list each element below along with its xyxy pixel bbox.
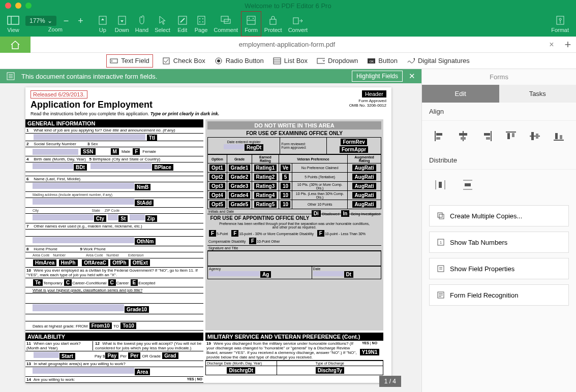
form-field-header[interactable]: Header [362, 90, 386, 97]
align-top-button[interactable] [505, 130, 517, 142]
list-box-tool[interactable]: List Box [273, 57, 308, 65]
form-field-rating3[interactable]: Rating3 [254, 183, 277, 189]
form-field-ve3[interactable]: 10 [281, 183, 290, 189]
form-field-aug2[interactable]: AugRati [352, 174, 376, 180]
close-window-button[interactable] [5, 3, 11, 9]
highlight-fields-button[interactable]: Highlight Fields [352, 71, 403, 82]
view-button[interactable]: View [4, 11, 22, 37]
form-field-bplace[interactable]: BPlace [152, 164, 173, 171]
form-field-aug5[interactable]: AugRati [352, 201, 376, 208]
form-field-grade3[interactable]: Grade3 [229, 183, 250, 189]
button-tool[interactable]: OK Button [367, 57, 398, 65]
edit-button[interactable]: Edit [173, 11, 192, 37]
minimize-window-button[interactable] [15, 3, 21, 9]
form-field-opt3[interactable]: Opt3 [209, 183, 225, 189]
align-right-button[interactable] [481, 130, 493, 142]
form-field-formappr[interactable]: FormAppr [340, 146, 368, 153]
form-field-regdt[interactable]: RegDt [245, 144, 263, 151]
form-button[interactable]: Form [241, 11, 261, 37]
maximize-window-button[interactable] [25, 3, 32, 9]
form-field-10ptother[interactable]: F [249, 238, 256, 244]
form-field-to10[interactable]: To10 [120, 322, 136, 329]
form-field-hmph[interactable]: HmPh [59, 259, 78, 266]
form-recognition-button[interactable]: Form Field Recognition [429, 284, 569, 306]
form-field-cty[interactable]: Cty [94, 215, 106, 222]
form-field-rating5[interactable]: Rating5 [254, 201, 277, 208]
form-field-grade10[interactable]: Grade10 [125, 306, 149, 313]
align-center-h-button[interactable] [457, 130, 469, 142]
align-bottom-button[interactable] [553, 130, 565, 142]
select-button[interactable]: Select [151, 11, 173, 37]
form-field-grade2[interactable]: Grade2 [229, 174, 250, 180]
tab-edit[interactable]: Edit [422, 85, 499, 103]
form-field-area[interactable]: Area [135, 369, 150, 375]
form-field-opt5[interactable]: Opt5 [209, 201, 225, 208]
close-infobar-button[interactable]: ✕ [409, 72, 415, 81]
show-tab-numbers-button[interactable]: 1Show Tab Numbers [429, 232, 569, 253]
form-field-10ptless[interactable]: F [317, 230, 324, 237]
align-left-button[interactable] [433, 130, 445, 142]
form-field-ttl[interactable]: Ttl [147, 135, 157, 141]
form-field-te[interactable]: Te [33, 279, 43, 286]
form-field-c2[interactable]: C [108, 279, 116, 286]
form-field-di[interactable]: Di [312, 210, 321, 217]
form-field-f[interactable]: F [133, 148, 140, 155]
convert-button[interactable]: Convert [285, 11, 311, 37]
form-field-dischrgty[interactable]: DischrgTy [316, 367, 344, 374]
form-field-in[interactable]: In [341, 210, 350, 217]
document-canvas[interactable]: This document contains interactive form … [0, 69, 421, 392]
close-tab-button[interactable]: × [543, 40, 560, 49]
form-field-c1[interactable]: C [64, 279, 72, 286]
page-button[interactable]: Page [192, 11, 211, 37]
form-field-5pt[interactable]: F [209, 230, 216, 237]
zoom-out-button[interactable]: − [62, 16, 71, 26]
form-field-rating2[interactable]: Rating2 [254, 174, 277, 180]
zoom-dropdown[interactable]: 177%⌄ [25, 16, 56, 26]
create-copies-button[interactable]: Create Multiple Copies... [429, 205, 569, 226]
hand-button[interactable]: Hand [132, 11, 151, 37]
format-button[interactable]: Format [548, 11, 572, 37]
form-field-rating1[interactable]: Rating1 [254, 165, 277, 171]
tab-tasks[interactable]: Tasks [499, 85, 577, 103]
align-center-v-button[interactable] [529, 130, 541, 142]
distribute-h-button[interactable] [434, 179, 446, 191]
form-field-y19n1[interactable]: Y19N1 [360, 349, 380, 355]
text-field-tool[interactable]: Text Field [106, 54, 153, 68]
distribute-v-button[interactable] [462, 179, 474, 191]
form-field-nmb[interactable]: NmB [135, 184, 150, 190]
form-field-dischrgdt[interactable]: DischrgDt [227, 367, 255, 374]
form-field-grad[interactable]: Grad [162, 352, 178, 359]
form-field-grade5[interactable]: Grade5 [229, 201, 250, 208]
protect-button[interactable]: Protect [261, 11, 285, 37]
form-field-ssn[interactable]: SSN [81, 148, 96, 155]
radio-button-tool[interactable]: Radio Button [215, 57, 264, 65]
form-field-from10[interactable]: From10 [89, 322, 112, 329]
form-field-opt4[interactable]: Opt4 [209, 192, 225, 199]
form-field-ag[interactable]: Ag [260, 271, 271, 278]
form-field-aug4[interactable]: AugRati [352, 192, 376, 199]
home-button[interactable] [0, 37, 31, 53]
check-box-tool[interactable]: Check Box [162, 57, 205, 65]
form-field-formrev[interactable]: FormRev [341, 139, 367, 145]
form-field-e[interactable]: E [131, 279, 138, 286]
form-field-opt1[interactable]: Opt1 [209, 165, 225, 171]
form-field-ve2[interactable]: 5 [282, 174, 289, 180]
form-field-othnm[interactable]: OthNm [135, 238, 156, 245]
down-button[interactable]: Down [112, 11, 132, 37]
form-field-aug3[interactable]: AugRati [352, 183, 376, 189]
show-field-props-button[interactable]: Show Field Properties [429, 258, 569, 279]
form-field-zip[interactable]: Zip [145, 215, 157, 222]
form-field-hmarea[interactable]: HmArea [33, 259, 56, 266]
form-field-10pt30[interactable]: F [231, 230, 238, 237]
form-field-offext[interactable]: OffExt [131, 259, 150, 266]
form-field-ve1[interactable]: Ve [281, 165, 291, 171]
form-field-rating4[interactable]: Rating4 [254, 192, 277, 199]
new-tab-button[interactable]: + [560, 38, 576, 51]
form-field-start[interactable]: Start [59, 353, 75, 360]
form-field-dt[interactable]: Dt [344, 271, 354, 278]
form-field-offarea[interactable]: OffAreaC [82, 259, 108, 266]
zoom-in-button[interactable]: + [76, 16, 85, 26]
form-field-ve5[interactable]: 10 [281, 201, 290, 208]
form-field-grade1[interactable]: Grade1 [229, 165, 250, 171]
form-field-opt2[interactable]: Opt2 [209, 174, 225, 180]
